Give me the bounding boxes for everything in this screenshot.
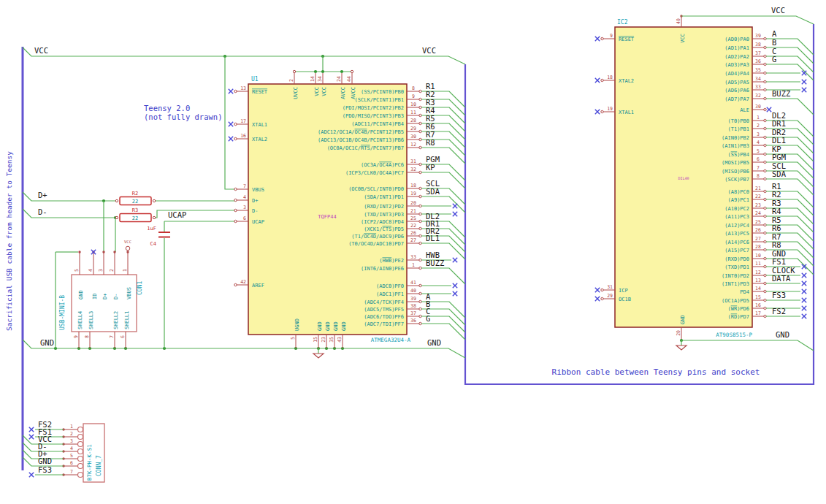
pin-end-circle — [419, 284, 421, 286]
pin-end-circle — [115, 199, 118, 202]
pin-name: (A11)PC3 — [724, 214, 749, 220]
pin-end-circle — [764, 169, 766, 172]
pin-end-circle — [764, 161, 766, 163]
pin-end-circle — [764, 119, 766, 121]
connector-pin-circle — [78, 427, 83, 432]
net-label: G — [426, 314, 430, 323]
pin-number: 6 — [757, 156, 760, 162]
ic2-ref: IC2 — [617, 19, 628, 26]
pin-end-circle — [153, 199, 155, 202]
net-label: B — [772, 38, 776, 47]
connector-pin-circle — [78, 457, 83, 462]
pin-name: (RD)PD7 — [727, 314, 749, 320]
pin-number: 39 — [755, 33, 761, 39]
pin-number: 7 — [70, 469, 73, 475]
pin-name: (A15)PC7 — [724, 248, 749, 253]
pin-name: (OC0A/OC1C/RTS/PCINT7)PB7 — [327, 145, 404, 151]
no-connect-icon — [802, 306, 806, 310]
wire — [421, 268, 465, 284]
u1-ref: U1 — [251, 76, 259, 83]
net-label: SDA — [426, 187, 440, 196]
pin-number: 36 — [755, 58, 761, 64]
net-label: R2 — [772, 190, 781, 199]
pin-number: 22 — [410, 223, 416, 229]
net-label-vcc: VCC — [34, 46, 48, 55]
pin-end-circle — [764, 232, 766, 234]
pin-end-circle — [419, 267, 421, 269]
pin-name: (A8)PC0 — [727, 189, 749, 195]
pin-name: (WR)PD6 — [727, 306, 749, 312]
pin-number: 44 — [346, 76, 352, 82]
pin-name: (AD4)PA4 — [724, 71, 749, 77]
no-connect-icon — [802, 314, 806, 318]
pin-name: (HWB)PE2 — [379, 258, 404, 264]
pin-number: 30 — [410, 134, 416, 140]
pin-name: (PDI/MOSI/PCINT2)PB2 — [343, 105, 404, 111]
pin-name: ICP — [619, 288, 628, 294]
pin-name: (A13)PC5 — [724, 231, 749, 237]
net-label: FS1 — [772, 257, 786, 266]
pin-name: (ADC12/OC1A/OC4B/PCINT12)PB5 — [318, 129, 404, 135]
pin-number: 8 — [757, 173, 760, 179]
pin-number: 20 — [410, 200, 416, 206]
pin-end-circle — [601, 289, 603, 291]
resistor-value: 22 — [132, 215, 138, 221]
no-connect-icon — [802, 289, 806, 294]
pin-end-circle — [419, 138, 421, 140]
pin-name: (SS)PB4 — [727, 152, 749, 158]
pin-number: 12 — [755, 270, 761, 275]
pin-number: 7 — [243, 183, 246, 189]
pin-number: 21 — [410, 208, 416, 214]
pin-end-circle — [764, 224, 766, 226]
pin-name: UGND — [294, 318, 300, 331]
pin-name: (RXD/INT2)PD2 — [364, 204, 404, 210]
pin-number: 9 — [610, 33, 613, 39]
pin-name: (ADC6/TDO)PF6 — [364, 314, 404, 320]
pin-dot — [126, 251, 129, 253]
pin-name: GND — [325, 321, 331, 331]
net-label-vcc: VCC — [422, 46, 436, 55]
pin-end-circle — [601, 79, 603, 81]
pin-dot — [78, 251, 80, 253]
net-label-dplus: D+ — [38, 191, 47, 199]
junction-dot — [321, 70, 324, 73]
pin-name: (OC1A)PD5 — [722, 298, 749, 304]
pin-number: 10 — [755, 253, 761, 259]
pin-name: ALE — [740, 107, 749, 113]
pin-name: (AD3)PA3 — [724, 62, 749, 68]
pin-name: (ADC1)PF1 — [376, 291, 404, 297]
no-connect-icon — [453, 212, 457, 216]
no-connect-icon — [802, 298, 806, 302]
pin-end-circle — [764, 55, 766, 57]
pin-number: 4 — [757, 140, 760, 145]
pin-number: 43 — [337, 337, 343, 343]
pin-end-circle — [764, 265, 766, 267]
no-connect-icon — [453, 283, 457, 288]
pin-number: 1 — [70, 424, 73, 429]
pin-number: 5 — [74, 269, 80, 272]
pin-end-circle — [419, 122, 421, 124]
pin-number: 35 — [329, 337, 334, 343]
wire — [766, 64, 814, 80]
pin-name: (AD7)PA7 — [724, 96, 749, 102]
net-label: DL1 — [426, 234, 440, 243]
connector-pin-circle — [78, 435, 83, 440]
pin-number: 16 — [755, 302, 761, 308]
schematic-canvas: VCCVCCGNDGNDD+D-UCAPR222R3221uFC4U1TQFP4… — [0, 0, 826, 504]
pin-name: D- — [252, 208, 258, 214]
pin-name: (XCK1/CTS)PD5 — [364, 226, 404, 232]
net-label-ucap: UCAP — [168, 210, 186, 219]
pin-number: 40 — [676, 18, 681, 24]
resistor-ref: R3 — [132, 207, 138, 213]
pin-number: 28 — [755, 244, 761, 250]
pin-end-circle — [764, 215, 766, 217]
net-label: G — [772, 55, 776, 64]
pin-name: PD4 — [740, 289, 749, 295]
pin-name: (A10)PC2 — [724, 206, 749, 212]
pin-number: 15 — [313, 337, 318, 343]
pin-number: 24 — [755, 210, 761, 216]
no-connect-icon — [802, 281, 806, 286]
pin-number: 8 — [84, 335, 90, 338]
pin-number: 1 — [122, 269, 128, 272]
ic2-footprint: DIL40 — [678, 176, 689, 180]
